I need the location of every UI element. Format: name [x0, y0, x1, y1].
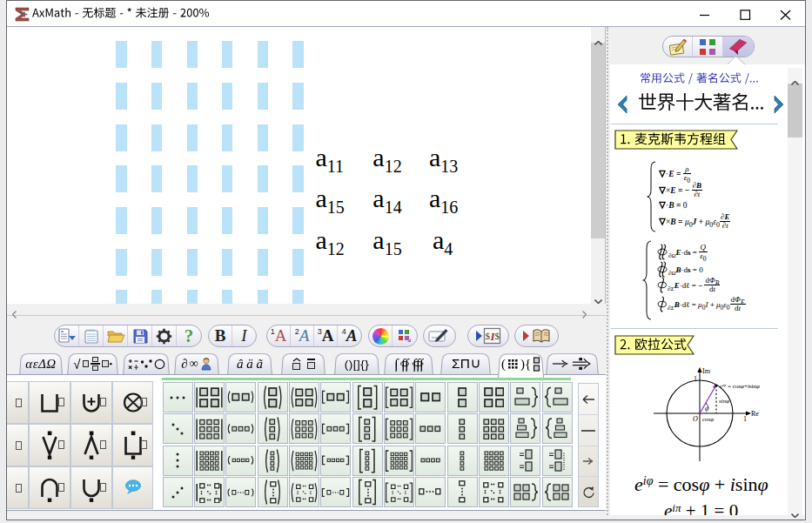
- svg-text:cosφ: cosφ: [702, 416, 714, 423]
- svg-text:∫: ∫: [394, 356, 399, 372]
- svg-text:$: $: [495, 331, 500, 341]
- svg-text:∫: ∫: [404, 356, 410, 372]
- svg-text:φ: φ: [705, 405, 709, 412]
- svg-text:1: 1: [694, 375, 697, 383]
- svg-text:sinφ: sinφ: [719, 398, 729, 405]
- svg-text:Re: Re: [751, 410, 759, 418]
- svg-text:eiφ = cosφ+isinφ: eiφ = cosφ+isinφ: [720, 383, 760, 391]
- svg-text:Im: Im: [702, 367, 711, 375]
- svg-text:1: 1: [743, 415, 747, 423]
- svg-text:O: O: [693, 415, 698, 423]
